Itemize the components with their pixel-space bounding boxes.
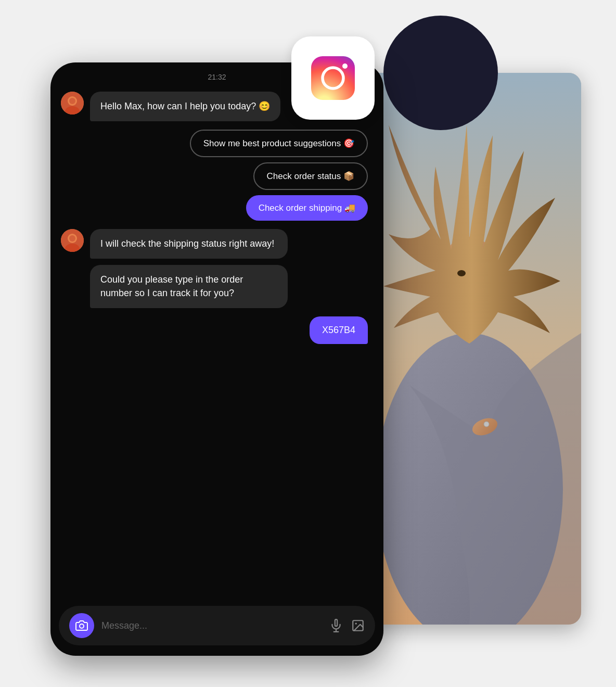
bot-message-row-shipping: I will check the shipping status right a…: [61, 229, 373, 308]
input-action-icons: [329, 619, 365, 632]
svg-point-17: [69, 235, 75, 241]
svg-point-18: [80, 624, 84, 628]
bot-bubble-shipping-1: I will check the shipping status right a…: [90, 229, 288, 259]
instagram-icon-container: [291, 36, 375, 120]
svg-point-2: [342, 63, 348, 69]
scene: 21:32 Hello Max, how can I help you toda…: [35, 31, 581, 656]
bot-avatar: [61, 92, 84, 115]
dark-circle-decoration: [383, 16, 498, 130]
quick-reply-order-status[interactable]: Check order status 📦: [253, 162, 368, 190]
user-bubble-order-number: X567B4: [310, 316, 368, 344]
quick-reply-order-shipping[interactable]: Check order shipping 🚚: [246, 195, 368, 221]
photo-card: [357, 73, 581, 625]
camera-icon: [75, 619, 88, 632]
microphone-icon[interactable]: [329, 619, 343, 632]
image-icon[interactable]: [351, 619, 365, 632]
phone-mockup: 21:32 Hello Max, how can I help you toda…: [50, 62, 383, 656]
bot-greeting-bubble: Hello Max, how can I help you today? 😊: [90, 92, 280, 121]
svg-point-22: [355, 623, 357, 625]
svg-point-13: [69, 98, 75, 104]
chat-content: 21:32 Hello Max, how can I help you toda…: [50, 62, 383, 600]
instagram-icon: [307, 52, 359, 104]
bot-bubble-shipping-2: Could you please type in the order numbe…: [90, 265, 288, 308]
user-message-row: X567B4: [61, 316, 373, 344]
photo-background: [357, 73, 581, 625]
message-input-bar[interactable]: Message...: [59, 606, 375, 645]
bot-avatar-2: [61, 229, 84, 252]
camera-button[interactable]: [69, 613, 94, 638]
svg-point-7: [457, 270, 466, 276]
message-text-input[interactable]: Message...: [101, 620, 322, 631]
quick-replies-container: Show me best product suggestions 🎯 Check…: [61, 130, 373, 221]
svg-point-9: [484, 422, 489, 427]
quick-reply-product-suggestions[interactable]: Show me best product suggestions 🎯: [190, 130, 368, 157]
svg-rect-0: [311, 56, 355, 100]
